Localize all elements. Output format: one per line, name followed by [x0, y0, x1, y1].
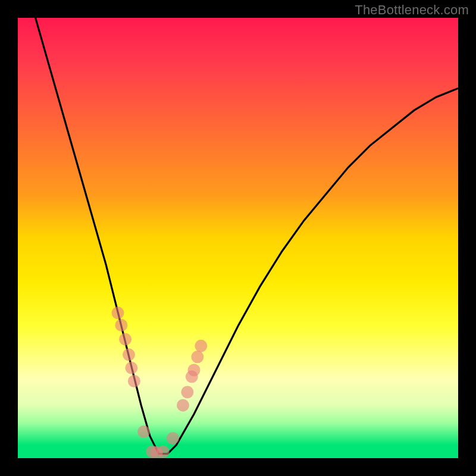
highlight-markers: [112, 306, 208, 458]
watermark-text: TheBottleneck.com: [355, 2, 469, 18]
marker-point: [123, 349, 135, 361]
plot-area: [18, 18, 458, 458]
marker-point: [115, 319, 127, 331]
curve-layer: [18, 18, 458, 458]
marker-point: [125, 362, 137, 374]
marker-point: [188, 364, 201, 377]
marker-point: [177, 399, 189, 412]
marker-point: [157, 445, 170, 458]
marker-point: [112, 306, 124, 319]
marker-point: [181, 386, 193, 399]
marker-point: [137, 425, 150, 438]
marker-point: [195, 340, 207, 352]
marker-point: [191, 350, 203, 363]
bottleneck-curve: [36, 18, 458, 454]
marker-point: [167, 432, 179, 444]
marker-point: [128, 375, 140, 387]
marker-point: [119, 333, 131, 346]
chart-container: TheBottleneck.com: [0, 0, 476, 476]
